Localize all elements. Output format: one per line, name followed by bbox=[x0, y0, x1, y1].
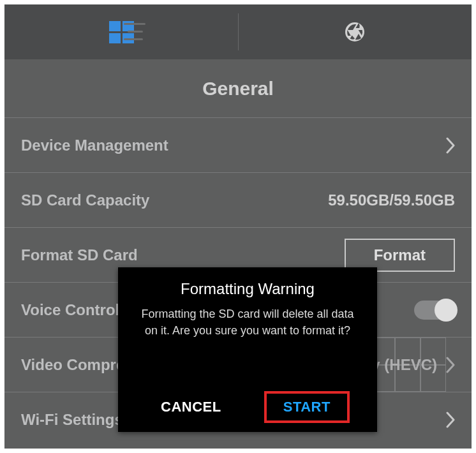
toggle-knob bbox=[435, 299, 457, 322]
frame: General Device Management SD Card Capaci… bbox=[0, 0, 476, 453]
video-compression-value: y (HEVC) bbox=[371, 356, 437, 374]
row-device-management[interactable]: Device Management bbox=[4, 118, 472, 173]
row-label: Format SD Card bbox=[21, 246, 138, 264]
section-title-general: General bbox=[4, 59, 472, 118]
sd-capacity-value: 59.50GB/59.50GB bbox=[328, 191, 455, 209]
row-sd-card-capacity: SD Card Capacity 59.50GB/59.50GB bbox=[4, 173, 472, 228]
start-button[interactable]: START bbox=[264, 391, 350, 423]
row-label: Wi-Fi Settings bbox=[21, 411, 123, 429]
tab-grid[interactable] bbox=[4, 4, 238, 59]
dialog-body: Formatting the SD card will delete all d… bbox=[132, 306, 363, 339]
aperture-icon bbox=[343, 20, 366, 43]
row-right bbox=[437, 412, 455, 428]
chevron-right-icon bbox=[446, 137, 455, 154]
cancel-button[interactable]: CANCEL bbox=[145, 392, 237, 422]
row-label: Voice Control bbox=[21, 301, 119, 319]
chevron-right-icon bbox=[446, 357, 455, 373]
row-label: SD Card Capacity bbox=[21, 191, 149, 209]
dialog-actions: CANCEL START bbox=[118, 391, 377, 423]
app: General Device Management SD Card Capaci… bbox=[4, 4, 472, 449]
tab-camera[interactable] bbox=[238, 4, 472, 59]
voice-control-toggle[interactable] bbox=[414, 301, 455, 320]
section-title-text: General bbox=[202, 78, 274, 100]
row-label: Device Management bbox=[21, 137, 168, 154]
dialog-title: Formatting Warning bbox=[132, 280, 363, 298]
row-right bbox=[437, 137, 455, 154]
chevron-right-icon bbox=[446, 412, 455, 428]
tab-bar bbox=[4, 4, 472, 59]
format-button[interactable]: Format bbox=[345, 239, 455, 272]
row-right: y (HEVC) bbox=[371, 356, 455, 374]
formatting-warning-dialog: Formatting Warning Formatting the SD car… bbox=[118, 267, 377, 432]
grid-icon bbox=[109, 21, 134, 43]
